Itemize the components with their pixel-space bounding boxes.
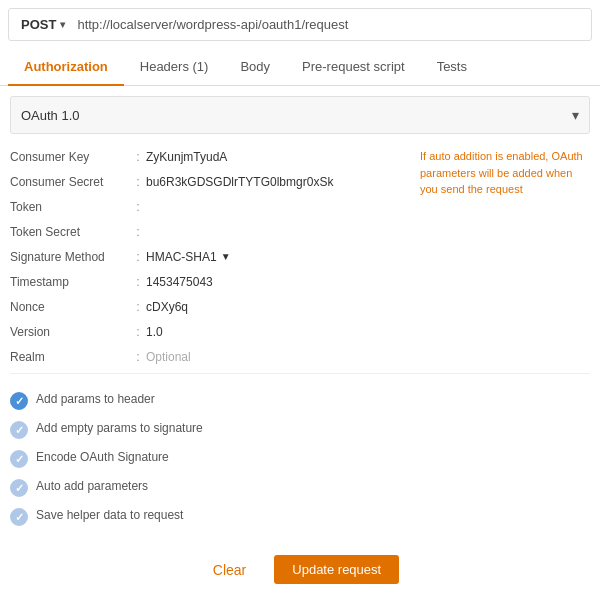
fields-left: Consumer Key:ZyKunjmTyudAConsumer Secret…: [10, 144, 410, 369]
field-colon: :: [130, 174, 146, 189]
field-colon: :: [130, 199, 146, 214]
checkbox-label: Encode OAuth Signature: [36, 449, 169, 466]
tab-body[interactable]: Body: [224, 49, 286, 86]
info-panel: If auto addition is enabled, OAuth param…: [410, 144, 590, 369]
field-colon: :: [130, 249, 146, 264]
field-value[interactable]: 1453475043: [146, 275, 410, 289]
checkbox-label: Save helper data to request: [36, 507, 183, 524]
field-label: Version: [10, 325, 130, 339]
check-icon: ✓: [15, 483, 24, 494]
save-helper-checkbox[interactable]: ✓: [10, 508, 28, 526]
auto-add-checkbox[interactable]: ✓: [10, 479, 28, 497]
checkbox-label: Add params to header: [36, 391, 155, 408]
auth-type-label: OAuth 1.0: [21, 108, 572, 123]
field-row-signature-method: Signature Method:HMAC-SHA1 ▼: [10, 244, 410, 269]
field-value[interactable]: bu6R3kGDSGDlrTYTG0lbmgr0xSk: [146, 175, 410, 189]
tab-pre-request[interactable]: Pre-request script: [286, 49, 421, 86]
field-row-token-secret: Token Secret:: [10, 219, 410, 244]
field-label: Token: [10, 200, 130, 214]
encode-checkbox[interactable]: ✓: [10, 450, 28, 468]
field-colon: :: [130, 149, 146, 164]
field-label: Nonce: [10, 300, 130, 314]
field-row-token: Token:: [10, 194, 410, 219]
auth-type-chevron-icon: ▾: [572, 107, 579, 123]
add-params-checkbox[interactable]: ✓: [10, 392, 28, 410]
url-input[interactable]: [77, 17, 583, 32]
checkbox-row-save-helper[interactable]: ✓Save helper data to request: [10, 502, 590, 531]
field-label: Realm: [10, 350, 130, 364]
field-label: Consumer Key: [10, 150, 130, 164]
checkbox-label: Auto add parameters: [36, 478, 148, 495]
fields-area: Consumer Key:ZyKunjmTyudAConsumer Secret…: [0, 144, 600, 369]
bottom-bar: Clear Update request: [0, 539, 600, 594]
checkbox-label: Add empty params to signature: [36, 420, 203, 437]
field-row-nonce: Nonce:cDXy6q: [10, 294, 410, 319]
divider: [10, 373, 590, 374]
info-text: If auto addition is enabled, OAuth param…: [420, 150, 583, 195]
checkbox-row-add-empty[interactable]: ✓Add empty params to signature: [10, 415, 590, 444]
method-chevron-icon: ▾: [60, 19, 65, 30]
field-row-version: Version:1.0: [10, 319, 410, 344]
tab-tests[interactable]: Tests: [421, 49, 483, 86]
check-icon: ✓: [15, 396, 24, 407]
field-colon: :: [130, 224, 146, 239]
checkbox-row-encode[interactable]: ✓Encode OAuth Signature: [10, 444, 590, 473]
checkbox-row-auto-add[interactable]: ✓Auto add parameters: [10, 473, 590, 502]
method-select[interactable]: POST ▾: [17, 15, 69, 34]
field-label: Timestamp: [10, 275, 130, 289]
field-value[interactable]: 1.0: [146, 325, 410, 339]
field-row-consumer-key: Consumer Key:ZyKunjmTyudA: [10, 144, 410, 169]
field-value[interactable]: HMAC-SHA1 ▼: [146, 250, 410, 264]
field-value[interactable]: Optional: [146, 350, 410, 364]
checkbox-row-add-params[interactable]: ✓Add params to header: [10, 386, 590, 415]
method-label: POST: [21, 17, 56, 32]
request-bar: POST ▾: [8, 8, 592, 41]
check-icon: ✓: [15, 512, 24, 523]
field-label: Consumer Secret: [10, 175, 130, 189]
field-colon: :: [130, 324, 146, 339]
tab-headers[interactable]: Headers (1): [124, 49, 225, 86]
field-colon: :: [130, 299, 146, 314]
add-empty-checkbox[interactable]: ✓: [10, 421, 28, 439]
check-icon: ✓: [15, 454, 24, 465]
tab-bar: Authorization Headers (1) Body Pre-reque…: [0, 49, 600, 86]
auth-type-selector[interactable]: OAuth 1.0 ▾: [10, 96, 590, 134]
field-row-realm: Realm:Optional: [10, 344, 410, 369]
clear-button[interactable]: Clear: [201, 556, 258, 584]
field-label: Token Secret: [10, 225, 130, 239]
field-label: Signature Method: [10, 250, 130, 264]
field-row-consumer-secret: Consumer Secret:bu6R3kGDSGDlrTYTG0lbmgr0…: [10, 169, 410, 194]
field-value[interactable]: cDXy6q: [146, 300, 410, 314]
field-colon: :: [130, 349, 146, 364]
checkbox-area: ✓Add params to header✓Add empty params t…: [0, 378, 600, 539]
update-request-button[interactable]: Update request: [274, 555, 399, 584]
field-value[interactable]: ZyKunjmTyudA: [146, 150, 410, 164]
check-icon: ✓: [15, 425, 24, 436]
field-colon: :: [130, 274, 146, 289]
dropdown-arrow-icon: ▼: [221, 251, 231, 262]
tab-authorization[interactable]: Authorization: [8, 49, 124, 86]
field-row-timestamp: Timestamp:1453475043: [10, 269, 410, 294]
